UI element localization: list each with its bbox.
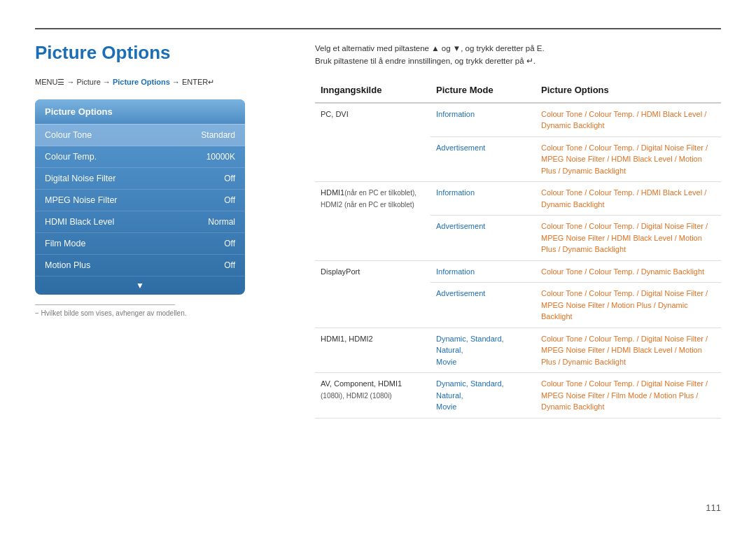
menu-item-hdmi-black-value: Normal bbox=[208, 217, 235, 227]
menu-item-mpeg-noise-value: Off bbox=[224, 195, 235, 205]
options-pc-dvi-adv: Colour Tone / Colour Temp. / Digital Noi… bbox=[536, 136, 721, 182]
options-hdmi12: Colour Tone / Colour Temp. / Digital Noi… bbox=[536, 328, 721, 373]
main-content: Picture Options MENU☰ → Picture → Pictur… bbox=[35, 42, 721, 506]
footnote-line bbox=[35, 304, 175, 305]
options-hdmi1-pc-info: Colour Tone / Colour Temp. / HDMI Black … bbox=[536, 182, 721, 216]
menu-item-digital-noise-value: Off bbox=[224, 174, 235, 183]
source-hdmi12: HDMI1, HDMI2 bbox=[315, 328, 430, 373]
options-av-component: Colour Tone / Colour Temp. / Digital Noi… bbox=[536, 373, 721, 419]
breadcrumb-active: Picture Options bbox=[113, 78, 170, 86]
footnote: − Hvilket bilde som vises, avhenger av m… bbox=[35, 309, 280, 317]
source-pc-dvi: PC, DVI bbox=[315, 103, 430, 182]
menu-item-mpeg-noise[interactable]: MPEG Noise Filter Off bbox=[35, 190, 245, 211]
table-row-hdmi1-pc-info: HDMI1(når en PC er tilkoblet),HDMI2 (når… bbox=[315, 182, 721, 216]
options-box-title: Picture Options bbox=[35, 99, 245, 125]
mode-pc-dvi-adv: Advertisement bbox=[430, 136, 536, 182]
breadcrumb-menu: MENU bbox=[35, 78, 57, 86]
options-dp-adv: Colour Tone / Colour Temp. / Digital Noi… bbox=[536, 283, 721, 328]
menu-item-film-mode[interactable]: Film Mode Off bbox=[35, 233, 245, 255]
source-av-component: AV, Component, HDMI1 (1080i), HDMI2 (108… bbox=[315, 373, 430, 419]
menu-item-colour-temp-value: 10000K bbox=[206, 152, 235, 162]
menu-item-colour-temp-label: Colour Temp. bbox=[45, 152, 97, 162]
breadcrumb-enter-icon: ↵ bbox=[208, 78, 214, 86]
menu-item-film-mode-value: Off bbox=[224, 239, 235, 248]
table-row-pc-dvi-info: PC, DVI Information Colour Tone / Colour… bbox=[315, 103, 721, 137]
instruction-line2: Bruk piltastene til å endre innstillinge… bbox=[315, 55, 721, 67]
top-border bbox=[35, 28, 721, 29]
th-source: Inngangskilde bbox=[315, 80, 430, 103]
th-mode: Picture Mode bbox=[430, 80, 536, 103]
info-table: Inngangskilde Picture Mode Picture Optio… bbox=[315, 80, 721, 419]
menu-item-hdmi-black[interactable]: HDMI Black Level Normal bbox=[35, 211, 245, 233]
options-box: Picture Options Colour Tone Standard Col… bbox=[35, 99, 245, 295]
source-hdmi1-pc: HDMI1(når en PC er tilkoblet),HDMI2 (når… bbox=[315, 182, 430, 261]
menu-item-mpeg-noise-label: MPEG Noise Filter bbox=[45, 195, 118, 205]
mode-av-component: Dynamic, Standard, Natural,Movie bbox=[430, 373, 536, 419]
table-row-hdmi12: HDMI1, HDMI2 Dynamic, Standard, Natural,… bbox=[315, 328, 721, 373]
menu-item-digital-noise[interactable]: Digital Noise Filter Off bbox=[35, 168, 245, 190]
instruction-line1: Velg et alternativ med piltastene ▲ og ▼… bbox=[315, 42, 721, 55]
menu-arrow-down: ▼ bbox=[35, 276, 245, 295]
options-pc-dvi-info: Colour Tone / Colour Temp. / HDMI Black … bbox=[536, 103, 721, 137]
table-row-av-component: AV, Component, HDMI1 (1080i), HDMI2 (108… bbox=[315, 373, 721, 419]
mode-hdmi1-pc-adv: Advertisement bbox=[430, 216, 536, 261]
breadcrumb-arrow1: → bbox=[66, 78, 76, 86]
menu-item-colour-tone-value: Standard bbox=[201, 130, 235, 140]
menu-item-film-mode-label: Film Mode bbox=[45, 239, 85, 248]
menu-item-digital-noise-label: Digital Noise Filter bbox=[45, 174, 115, 183]
page-number: 111 bbox=[706, 503, 721, 513]
th-options: Picture Options bbox=[536, 80, 721, 103]
breadcrumb: MENU☰ → Picture → Picture Options → ENTE… bbox=[35, 78, 280, 87]
mode-hdmi1-pc-info: Information bbox=[430, 182, 536, 216]
mode-dp-info: Information bbox=[430, 260, 536, 283]
menu-item-colour-temp[interactable]: Colour Temp. 10000K bbox=[35, 146, 245, 168]
menu-item-colour-tone-label: Colour Tone bbox=[45, 130, 92, 140]
breadcrumb-arrow3: → ENTER bbox=[172, 78, 208, 86]
left-column: Picture Options MENU☰ → Picture → Pictur… bbox=[35, 42, 301, 506]
mode-pc-dvi-info: Information bbox=[430, 103, 536, 137]
options-dp-info: Colour Tone / Colour Temp. / Dynamic Bac… bbox=[536, 260, 721, 283]
breadcrumb-arrow2: → bbox=[103, 78, 113, 86]
menu-item-hdmi-black-label: HDMI Black Level bbox=[45, 217, 114, 227]
options-hdmi1-pc-adv: Colour Tone / Colour Temp. / Digital Noi… bbox=[536, 216, 721, 261]
instructions: Velg et alternativ med piltastene ▲ og ▼… bbox=[315, 42, 721, 68]
menu-item-motion-plus-value: Off bbox=[224, 260, 235, 270]
menu-item-motion-plus[interactable]: Motion Plus Off bbox=[35, 255, 245, 276]
breadcrumb-picture: Picture bbox=[77, 78, 101, 86]
menu-item-motion-plus-label: Motion Plus bbox=[45, 260, 90, 270]
source-dp: DisplayPort bbox=[315, 260, 430, 328]
breadcrumb-menu-icon: ☰ bbox=[57, 78, 64, 86]
menu-item-colour-tone[interactable]: Colour Tone Standard bbox=[35, 125, 245, 146]
right-column: Velg et alternativ med piltastene ▲ og ▼… bbox=[301, 42, 721, 506]
page-title: Picture Options bbox=[35, 42, 280, 64]
mode-hdmi12: Dynamic, Standard, Natural,Movie bbox=[430, 328, 536, 373]
page-container: Picture Options MENU☰ → Picture → Pictur… bbox=[0, 0, 756, 534]
table-row-dp-info: DisplayPort Information Colour Tone / Co… bbox=[315, 260, 721, 283]
mode-dp-adv: Advertisement bbox=[430, 283, 536, 328]
